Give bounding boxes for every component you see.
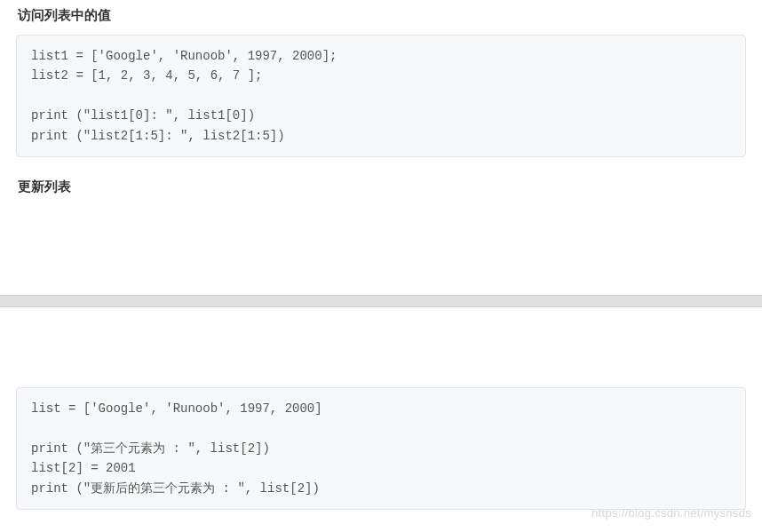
code-block-update: list = ['Google', 'Runoob', 1997, 2000] … (16, 387, 746, 510)
page-divider (0, 295, 762, 307)
code-block-access: list1 = ['Google', 'Runoob', 1997, 2000]… (16, 35, 746, 157)
heading-access-values: 访问列表中的值 (0, 0, 762, 35)
heading-update-list: 更新列表 (0, 171, 762, 206)
page-container: 访问列表中的值 list1 = ['Google', 'Runoob', 199… (0, 0, 762, 510)
